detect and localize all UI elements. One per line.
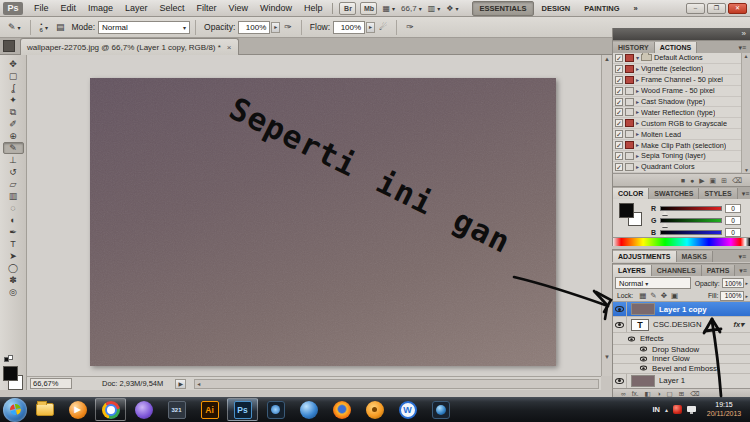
document-tab[interactable]: wallpaper-22705.jpg @ 66,7% (Layer 1 cop… <box>20 38 239 55</box>
taskbar-winamp[interactable]: W <box>392 398 423 421</box>
scroll-up-icon[interactable]: ▲ <box>604 56 610 62</box>
expand-arrow-icon[interactable]: ▸ <box>636 88 639 94</box>
tab-close-icon[interactable]: × <box>227 43 232 52</box>
delete-icon[interactable]: ⌫ <box>732 177 742 184</box>
actions-scrollbar[interactable]: ▲▼ <box>741 53 750 173</box>
record-icon[interactable]: ● <box>690 177 694 184</box>
adjustments-panel-menu-icon[interactable]: ▾≡ <box>734 251 750 262</box>
lock-pixels-icon[interactable]: ✎ <box>650 291 656 300</box>
workspace-overflow-button[interactable]: » <box>628 2 644 15</box>
layers-fill-input[interactable]: 100% <box>720 291 744 301</box>
tab-swatches[interactable]: SWATCHES <box>649 188 699 199</box>
mode-select[interactable]: Normal <box>98 21 190 34</box>
eye-icon[interactable] <box>615 306 624 312</box>
opacity-spinner[interactable]: ▸ <box>745 280 748 286</box>
action-item[interactable]: ▸Sepia Toning (layer) <box>613 151 750 162</box>
tab-paths[interactable]: PATHS <box>702 265 736 276</box>
collapse-dock-button[interactable]: » <box>742 30 746 38</box>
clone-stamp-tool[interactable]: ⊥ <box>3 154 24 166</box>
expand-arrow-icon[interactable]: ▸ <box>636 131 639 137</box>
toggle-brush-panel-button[interactable]: ▤ <box>52 20 69 34</box>
menu-window[interactable]: Window <box>254 1 298 15</box>
tab-adjustments[interactable]: ADJUSTMENTS <box>613 251 677 262</box>
brush-size-picker[interactable]: •6 <box>36 19 52 35</box>
taskbar-globe-app[interactable] <box>293 398 324 421</box>
channel-value-input[interactable]: 0 <box>725 204 741 213</box>
type-tool[interactable]: T <box>3 238 24 250</box>
brush-preset-picker[interactable]: ✎ <box>4 20 25 34</box>
lock-all-icon[interactable]: ▣ <box>671 291 678 300</box>
new-action-icon[interactable]: ⊞ <box>721 177 727 184</box>
arrange-documents-icon[interactable]: ▥ <box>428 4 441 13</box>
checkbox-icon[interactable] <box>615 108 623 116</box>
workspace-design[interactable]: DESIGN <box>536 2 577 15</box>
taskbar-camtasia[interactable] <box>260 398 291 421</box>
taskbar-network-app[interactable] <box>425 398 456 421</box>
tab-channels[interactable]: CHANNELS <box>652 265 702 276</box>
clock[interactable]: 19:15 20/11/2013 <box>702 401 746 418</box>
checkbox-icon[interactable] <box>615 98 623 106</box>
expand-arrow-icon[interactable]: ▸ <box>636 66 639 72</box>
layer-effect-row[interactable]: Effects <box>613 333 750 345</box>
eye-icon[interactable] <box>628 336 635 341</box>
eye-icon[interactable] <box>640 347 647 352</box>
foreground-color-swatch[interactable] <box>3 366 18 381</box>
taskbar-firefox[interactable] <box>326 398 357 421</box>
dialog-toggle-icon[interactable] <box>625 130 634 138</box>
channel-slider[interactable] <box>660 218 722 223</box>
menu-edit[interactable]: Edit <box>55 1 83 15</box>
action-item[interactable]: ▾Default Actions <box>613 53 750 64</box>
delete-layer-icon[interactable]: ⌫ <box>690 390 699 397</box>
expand-arrow-icon[interactable]: ▾ <box>636 55 639 61</box>
action-item[interactable]: ▸Quadrant Colors <box>613 162 750 173</box>
layers-opacity-input[interactable]: 100% <box>722 278 745 288</box>
taskbar-photoshop[interactable]: Ps <box>227 398 258 421</box>
lasso-tool[interactable]: ʆ <box>3 82 24 94</box>
layer-row[interactable]: TCSC.DESIGNfx▾ <box>613 317 750 333</box>
checkbox-icon[interactable] <box>615 65 623 73</box>
taskbar-explorer[interactable] <box>29 398 60 421</box>
restore-button[interactable]: ❐ <box>707 3 726 14</box>
shape-tool[interactable]: ◯ <box>3 262 24 274</box>
fx-badge-icon[interactable]: fx▾ <box>734 320 744 329</box>
action-item[interactable]: ▸Make Clip Path (selection) <box>613 140 750 151</box>
path-selection-tool[interactable]: ➤ <box>3 250 24 262</box>
channel-slider[interactable] <box>660 206 722 211</box>
expand-arrow-icon[interactable]: ▸ <box>636 120 639 126</box>
zoom-tool[interactable]: ◎ <box>3 286 24 298</box>
layer-row[interactable]: Layer 1 <box>613 374 750 389</box>
status-flyout-button[interactable]: ▶ <box>175 379 186 389</box>
action-item[interactable]: ▸Custom RGB to Grayscale <box>613 118 750 129</box>
slider-thumb-icon[interactable] <box>662 211 668 215</box>
spot-healing-tool[interactable]: ⊕ <box>3 130 24 142</box>
action-item[interactable]: ▸Water Reflection (type) <box>613 107 750 118</box>
adjustment-layer-icon[interactable]: ◑ <box>657 390 661 397</box>
channel-slider[interactable] <box>660 230 722 235</box>
rect-marquee-tool[interactable]: ▢ <box>3 70 24 82</box>
dialog-toggle-icon[interactable] <box>625 98 634 106</box>
visibility-cell[interactable] <box>613 302 627 316</box>
vertical-scrollbar[interactable]: ▲▼ <box>601 55 612 376</box>
eraser-tool[interactable]: ▱ <box>3 178 24 190</box>
checkbox-icon[interactable] <box>615 76 623 84</box>
lock-transparency-icon[interactable]: ▦ <box>639 291 646 300</box>
eye-icon[interactable] <box>640 366 647 371</box>
fill-spinner[interactable]: ▸ <box>745 293 748 299</box>
action-item[interactable]: ▸Cast Shadow (type) <box>613 97 750 108</box>
flow-input[interactable]: 100% <box>333 21 365 34</box>
menu-help[interactable]: Help <box>298 1 329 15</box>
visibility-cell[interactable] <box>613 317 627 332</box>
layers-panel-menu-icon[interactable]: ▾≡ <box>735 265 750 276</box>
expand-arrow-icon[interactable]: ▸ <box>636 99 639 105</box>
color-spectrum-ramp[interactable] <box>612 237 750 246</box>
menu-layer[interactable]: Layer <box>119 1 154 15</box>
menu-select[interactable]: Select <box>154 1 191 15</box>
zoom-level-control[interactable]: 66,7 <box>401 4 422 13</box>
taskbar-chrome[interactable] <box>95 398 126 421</box>
pressure-size-icon[interactable]: ✑ <box>402 20 418 34</box>
network-tray-icon[interactable] <box>687 406 697 414</box>
dialog-toggle-icon[interactable] <box>625 65 634 73</box>
taskbar-utility[interactable] <box>359 398 390 421</box>
layer-style-icon[interactable]: fx. <box>632 390 639 397</box>
blur-tool[interactable]: ◌ <box>3 202 24 214</box>
